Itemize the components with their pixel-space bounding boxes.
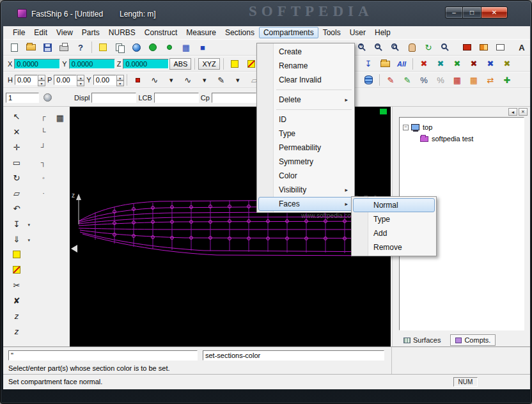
- save-button[interactable]: [40, 40, 55, 54]
- z-constraint-tool[interactable]: z: [8, 308, 25, 323]
- yaw-stepper[interactable]: 0.00 ▴ ▾: [93, 75, 124, 85]
- part-filter-button[interactable]: [40, 91, 55, 105]
- render-button[interactable]: [145, 40, 160, 54]
- spin-down-icon[interactable]: ▾: [77, 81, 84, 86]
- table-view-button[interactable]: ▦: [178, 40, 194, 54]
- corner-br-view-tool[interactable]: ┘: [35, 139, 52, 155]
- menu-nurbs[interactable]: NURBS: [104, 27, 140, 38]
- menu-item-id[interactable]: ID: [258, 113, 353, 127]
- grid-orange-button[interactable]: ▦: [466, 73, 481, 87]
- parts-folder-button[interactable]: [377, 57, 393, 71]
- xyz-toggle-button[interactable]: XYZ: [198, 58, 219, 70]
- corner-bl-view-tool[interactable]: └: [35, 124, 52, 139]
- edit-red-button[interactable]: ✎: [383, 73, 398, 87]
- pitch-stepper[interactable]: 0.00 ▴ ▾: [54, 75, 84, 85]
- layer-down-button[interactable]: ↧: [361, 57, 376, 71]
- menu-parts[interactable]: Parts: [77, 27, 104, 38]
- menu-item-type[interactable]: Type: [258, 127, 353, 141]
- open-file-button[interactable]: [23, 40, 38, 54]
- fair-tool-button[interactable]: ∿: [180, 73, 196, 87]
- curve-tool-button[interactable]: ∿: [147, 73, 162, 87]
- render-small-button[interactable]: [162, 40, 177, 54]
- waterlines-x-button[interactable]: ✖: [450, 57, 465, 71]
- tab-surfaces[interactable]: Surfaces: [399, 334, 445, 346]
- corner-tl-view-tool[interactable]: ┌: [35, 109, 52, 124]
- grid-x-button[interactable]: ✖: [483, 57, 498, 71]
- pitch-value[interactable]: 0.00: [54, 75, 77, 85]
- zoom-previous-button[interactable]: [437, 40, 453, 54]
- spin-down-icon[interactable]: ▾: [116, 81, 124, 86]
- close-button[interactable]: ✕: [481, 6, 508, 19]
- command-input[interactable]: ": [8, 350, 198, 361]
- menu-compartments[interactable]: Compartments: [259, 27, 318, 38]
- menu-measure[interactable]: Measure: [182, 27, 221, 38]
- pen-dropdown[interactable]: ▾: [230, 73, 246, 87]
- mesh-x-button[interactable]: ✖: [499, 57, 515, 71]
- menu-sections[interactable]: Sections: [221, 27, 259, 38]
- cut-tool[interactable]: ✂: [8, 277, 25, 293]
- menu-item-delete[interactable]: Delete ▸: [258, 93, 353, 107]
- menu-item-create[interactable]: Create: [258, 45, 353, 59]
- tree-collapse-icon[interactable]: −: [403, 125, 409, 130]
- menu-help[interactable]: Help: [370, 27, 395, 38]
- menu-view[interactable]: View: [52, 27, 77, 38]
- menu-item-permeability[interactable]: Permeability: [258, 141, 353, 155]
- curve-dropdown[interactable]: ▾: [164, 73, 179, 87]
- skew-tool[interactable]: ▱: [8, 185, 25, 201]
- swap-arrows-button[interactable]: ⇄: [483, 73, 498, 87]
- y-coordinate-field[interactable]: 0.0000: [69, 59, 115, 69]
- menu-item-faces[interactable]: Faces ▸: [258, 197, 353, 211]
- panel-close-button[interactable]: ✕: [519, 108, 528, 116]
- corner-tr-view-tool[interactable]: ┐: [35, 155, 52, 170]
- buttocks-x-button[interactable]: ✖: [433, 57, 448, 71]
- part-number-field[interactable]: 1: [6, 93, 39, 103]
- rotate-tool[interactable]: ↻: [8, 170, 25, 185]
- fair-dropdown[interactable]: ▾: [197, 73, 212, 87]
- flip-slash-tool[interactable]: [8, 262, 25, 277]
- select-tool[interactable]: ↖: [8, 109, 25, 124]
- panel-collapse-button[interactable]: ◄: [508, 108, 517, 116]
- percent-hatch-button[interactable]: %: [416, 73, 432, 87]
- maximize-button[interactable]: □: [463, 6, 481, 19]
- circle-marker-tool[interactable]: ◦: [35, 170, 52, 185]
- zoom-out-button[interactable]: [371, 40, 386, 54]
- grid-red-button[interactable]: ▦: [450, 73, 465, 87]
- rotate-view-button[interactable]: ↻: [421, 40, 436, 54]
- plain-box-button[interactable]: [492, 40, 508, 54]
- menu-item-visibility[interactable]: Visibility ▸: [258, 183, 353, 197]
- flip-tool[interactable]: [8, 247, 25, 262]
- grid-toggle-tool[interactable]: ▦: [52, 110, 68, 125]
- z-coordinate-field[interactable]: 0.0000: [123, 59, 169, 69]
- red-box-button[interactable]: [459, 40, 474, 54]
- select-all-button[interactable]: All: [394, 57, 409, 71]
- tree-node-softpedia-test[interactable]: softpedia test: [400, 133, 524, 144]
- delete-red-tool[interactable]: ✘: [8, 293, 25, 308]
- heading-stepper[interactable]: 0.00 ▴ ▾: [15, 75, 45, 85]
- snap-down-tool[interactable]: ↧ ▾: [8, 216, 25, 231]
- rotate-rect-tool[interactable]: ▭: [8, 155, 25, 170]
- print-button[interactable]: [56, 40, 72, 54]
- help-button[interactable]: ?: [73, 40, 88, 54]
- text-annotation-button[interactable]: A: [514, 40, 528, 54]
- spin-up-icon[interactable]: ▴: [116, 75, 124, 81]
- dot-marker-tool[interactable]: ·: [35, 185, 52, 201]
- zoom-in-button[interactable]: [354, 40, 370, 54]
- note-button[interactable]: [95, 40, 111, 54]
- copy-button[interactable]: [112, 40, 127, 54]
- menu-tools[interactable]: Tools: [318, 27, 345, 38]
- globe-view-button[interactable]: [129, 40, 144, 54]
- spin-down-icon[interactable]: ▾: [38, 81, 45, 86]
- menu-edit[interactable]: Edit: [29, 27, 52, 38]
- point-marker-button[interactable]: [130, 73, 146, 87]
- delete-tool[interactable]: ✕: [8, 124, 25, 139]
- heading-value[interactable]: 0.00: [15, 75, 38, 85]
- diagonals-x-button[interactable]: ✖: [466, 57, 481, 71]
- submenu-item-add[interactable]: Add: [353, 226, 435, 240]
- move-tool[interactable]: ✛: [8, 139, 25, 155]
- pan-button[interactable]: [404, 40, 419, 54]
- menu-item-color[interactable]: Color: [258, 169, 353, 183]
- submenu-item-normal[interactable]: Normal: [353, 198, 435, 212]
- orange-box-button[interactable]: [476, 40, 491, 54]
- menu-item-symmetry[interactable]: Symmetry: [258, 155, 353, 169]
- spin-up-icon[interactable]: ▴: [77, 75, 84, 81]
